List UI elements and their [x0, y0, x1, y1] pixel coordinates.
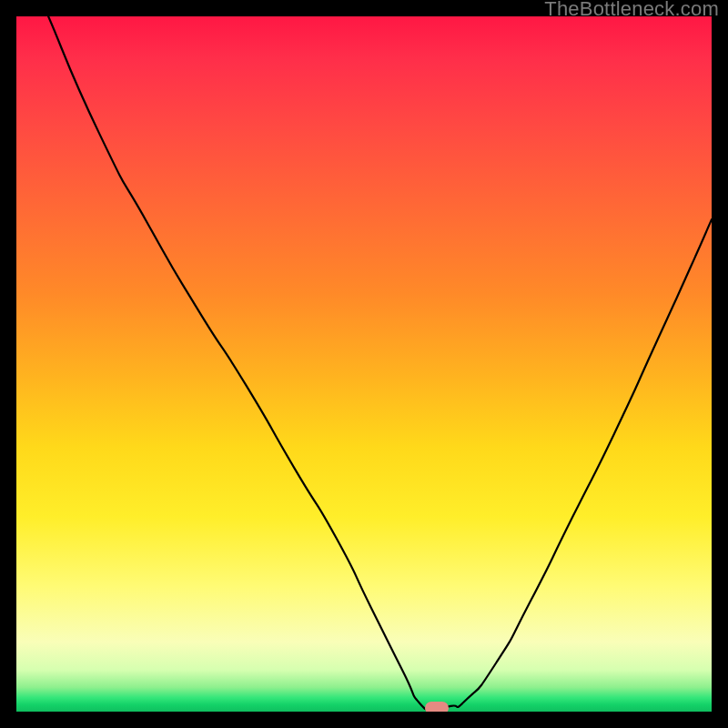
optimum-marker — [425, 702, 449, 712]
plot-area — [16, 16, 712, 712]
curve-path — [48, 16, 712, 709]
bottleneck-curve — [16, 16, 712, 712]
chart-frame: TheBottleneck.com — [0, 0, 728, 728]
